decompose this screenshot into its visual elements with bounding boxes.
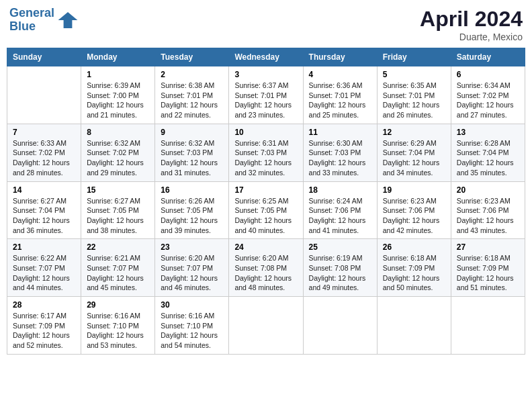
calendar-body: 1Sunrise: 6:39 AMSunset: 7:00 PMDaylight… (7, 66, 525, 355)
day-number: 6 (457, 70, 519, 79)
day-cell: 20Sunrise: 6:23 AMSunset: 7:06 PMDayligh… (451, 181, 525, 239)
day-cell: 24Sunrise: 6:20 AMSunset: 7:08 PMDayligh… (229, 239, 303, 297)
day-cell: 17Sunrise: 6:25 AMSunset: 7:05 PMDayligh… (229, 181, 303, 239)
day-info: Sunrise: 6:34 AMSunset: 7:02 PMDaylight:… (457, 81, 519, 120)
day-info: Sunrise: 6:27 AMSunset: 7:05 PMDaylight:… (87, 196, 149, 236)
day-info: Sunrise: 6:28 AMSunset: 7:04 PMDaylight:… (457, 138, 519, 178)
calendar-header: SundayMondayTuesdayWednesdayThursdayFrid… (7, 48, 525, 66)
month-title: April 2024 (420, 7, 523, 32)
header-cell-saturday: Saturday (451, 48, 525, 66)
day-info: Sunrise: 6:29 AMSunset: 7:04 PMDaylight:… (383, 138, 445, 178)
day-cell (451, 297, 525, 355)
day-number: 20 (457, 185, 519, 195)
day-cell: 30Sunrise: 6:16 AMSunset: 7:10 PMDayligh… (155, 297, 229, 355)
day-info: Sunrise: 6:19 AMSunset: 7:08 PMDaylight:… (309, 253, 371, 293)
page-header: General Blue April 2024 Duarte, Mexico (7, 7, 525, 42)
day-cell: 12Sunrise: 6:29 AMSunset: 7:04 PMDayligh… (377, 124, 451, 181)
day-cell: 29Sunrise: 6:16 AMSunset: 7:10 PMDayligh… (81, 297, 155, 355)
day-number: 10 (234, 128, 297, 137)
header-row: SundayMondayTuesdayWednesdayThursdayFrid… (7, 48, 525, 66)
day-cell: 23Sunrise: 6:20 AMSunset: 7:07 PMDayligh… (155, 239, 229, 297)
day-number: 25 (309, 242, 371, 252)
day-number: 8 (87, 128, 149, 137)
day-number: 15 (87, 185, 149, 195)
day-info: Sunrise: 6:35 AMSunset: 7:01 PMDaylight:… (383, 81, 445, 120)
day-cell: 18Sunrise: 6:24 AMSunset: 7:06 PMDayligh… (303, 181, 377, 239)
day-number: 26 (383, 242, 445, 252)
day-cell: 2Sunrise: 6:38 AMSunset: 7:01 PMDaylight… (155, 66, 229, 124)
logo: General Blue (9, 7, 79, 34)
day-cell (303, 297, 377, 355)
day-cell: 22Sunrise: 6:21 AMSunset: 7:07 PMDayligh… (81, 239, 155, 297)
day-info: Sunrise: 6:22 AMSunset: 7:07 PMDaylight:… (13, 253, 75, 293)
header-cell-sunday: Sunday (7, 48, 81, 66)
day-cell: 5Sunrise: 6:35 AMSunset: 7:01 PMDaylight… (377, 66, 451, 124)
day-number: 2 (161, 70, 223, 79)
day-cell: 21Sunrise: 6:22 AMSunset: 7:07 PMDayligh… (7, 239, 81, 297)
week-row-4: 28Sunrise: 6:17 AMSunset: 7:09 PMDayligh… (7, 297, 525, 355)
day-cell: 28Sunrise: 6:17 AMSunset: 7:09 PMDayligh… (7, 297, 81, 355)
day-info: Sunrise: 6:25 AMSunset: 7:05 PMDaylight:… (234, 196, 297, 236)
header-cell-friday: Friday (377, 48, 451, 66)
day-cell: 4Sunrise: 6:36 AMSunset: 7:01 PMDaylight… (303, 66, 377, 124)
day-info: Sunrise: 6:37 AMSunset: 7:01 PMDaylight:… (234, 81, 297, 120)
day-info: Sunrise: 6:38 AMSunset: 7:01 PMDaylight:… (161, 81, 223, 120)
day-info: Sunrise: 6:26 AMSunset: 7:05 PMDaylight:… (161, 196, 223, 236)
day-cell: 16Sunrise: 6:26 AMSunset: 7:05 PMDayligh… (155, 181, 229, 239)
day-info: Sunrise: 6:17 AMSunset: 7:09 PMDaylight:… (13, 311, 75, 351)
location-title: Duarte, Mexico (420, 32, 523, 42)
day-cell: 8Sunrise: 6:32 AMSunset: 7:02 PMDaylight… (81, 124, 155, 181)
day-info: Sunrise: 6:32 AMSunset: 7:02 PMDaylight:… (87, 138, 149, 178)
day-number: 1 (87, 70, 149, 79)
day-cell: 3Sunrise: 6:37 AMSunset: 7:01 PMDaylight… (229, 66, 303, 124)
day-number: 5 (383, 70, 445, 79)
day-number: 3 (234, 70, 297, 79)
day-number: 11 (309, 128, 371, 137)
day-number: 16 (161, 185, 223, 195)
day-info: Sunrise: 6:32 AMSunset: 7:03 PMDaylight:… (161, 138, 223, 178)
logo-icon (57, 9, 79, 31)
day-number: 30 (161, 300, 223, 310)
day-info: Sunrise: 6:18 AMSunset: 7:09 PMDaylight:… (457, 253, 519, 293)
day-number: 17 (234, 185, 297, 195)
day-cell: 27Sunrise: 6:18 AMSunset: 7:09 PMDayligh… (451, 239, 525, 297)
week-row-3: 21Sunrise: 6:22 AMSunset: 7:07 PMDayligh… (7, 239, 525, 297)
day-cell: 13Sunrise: 6:28 AMSunset: 7:04 PMDayligh… (451, 124, 525, 181)
day-cell: 25Sunrise: 6:19 AMSunset: 7:08 PMDayligh… (303, 239, 377, 297)
day-cell: 19Sunrise: 6:23 AMSunset: 7:06 PMDayligh… (377, 181, 451, 239)
day-number: 9 (161, 128, 223, 137)
svg-marker-0 (58, 12, 78, 28)
day-info: Sunrise: 6:21 AMSunset: 7:07 PMDaylight:… (87, 253, 149, 293)
day-number: 28 (13, 300, 75, 310)
day-cell (377, 297, 451, 355)
day-cell: 11Sunrise: 6:30 AMSunset: 7:03 PMDayligh… (303, 124, 377, 181)
day-cell: 15Sunrise: 6:27 AMSunset: 7:05 PMDayligh… (81, 181, 155, 239)
day-number: 22 (87, 242, 149, 252)
day-info: Sunrise: 6:20 AMSunset: 7:07 PMDaylight:… (161, 253, 223, 293)
day-number: 14 (13, 185, 75, 195)
title-block: April 2024 Duarte, Mexico (420, 7, 523, 42)
day-info: Sunrise: 6:30 AMSunset: 7:03 PMDaylight:… (309, 138, 371, 178)
day-info: Sunrise: 6:16 AMSunset: 7:10 PMDaylight:… (87, 311, 149, 351)
day-cell: 26Sunrise: 6:18 AMSunset: 7:09 PMDayligh… (377, 239, 451, 297)
day-number: 27 (457, 242, 519, 252)
day-number: 12 (383, 128, 445, 137)
week-row-0: 1Sunrise: 6:39 AMSunset: 7:00 PMDaylight… (7, 66, 525, 124)
day-info: Sunrise: 6:33 AMSunset: 7:02 PMDaylight:… (13, 138, 75, 178)
day-number: 7 (13, 128, 75, 137)
day-cell: 1Sunrise: 6:39 AMSunset: 7:00 PMDaylight… (81, 66, 155, 124)
logo-text: General Blue (9, 7, 54, 34)
day-info: Sunrise: 6:39 AMSunset: 7:00 PMDaylight:… (87, 81, 149, 120)
day-number: 4 (309, 70, 371, 79)
day-number: 21 (13, 242, 75, 252)
day-info: Sunrise: 6:16 AMSunset: 7:10 PMDaylight:… (161, 311, 223, 351)
header-cell-monday: Monday (81, 48, 155, 66)
day-info: Sunrise: 6:36 AMSunset: 7:01 PMDaylight:… (309, 81, 371, 120)
week-row-2: 14Sunrise: 6:27 AMSunset: 7:04 PMDayligh… (7, 181, 525, 239)
day-info: Sunrise: 6:24 AMSunset: 7:06 PMDaylight:… (309, 196, 371, 236)
day-number: 23 (161, 242, 223, 252)
day-number: 24 (234, 242, 297, 252)
day-cell (7, 66, 81, 124)
header-cell-thursday: Thursday (303, 48, 377, 66)
week-row-1: 7Sunrise: 6:33 AMSunset: 7:02 PMDaylight… (7, 124, 525, 181)
